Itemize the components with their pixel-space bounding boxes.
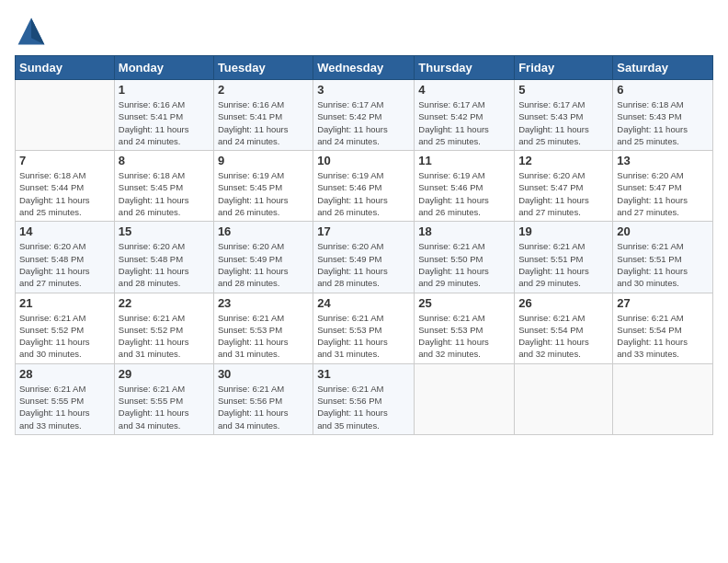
calendar-day-cell: 8Sunrise: 6:18 AM Sunset: 5:45 PM Daylig…: [114, 151, 213, 222]
day-info: Sunrise: 6:20 AM Sunset: 5:48 PM Dayligh…: [119, 240, 210, 289]
day-info: Sunrise: 6:19 AM Sunset: 5:45 PM Dayligh…: [218, 169, 309, 218]
day-number: 2: [218, 83, 309, 97]
day-info: Sunrise: 6:16 AM Sunset: 5:41 PM Dayligh…: [218, 98, 309, 147]
day-info: Sunrise: 6:18 AM Sunset: 5:45 PM Dayligh…: [119, 169, 210, 218]
day-number: 31: [317, 367, 410, 381]
day-number: 17: [317, 224, 410, 238]
calendar-day-cell: 22Sunrise: 6:21 AM Sunset: 5:52 PM Dayli…: [114, 293, 213, 363]
day-header-thursday: Thursday: [415, 56, 515, 80]
logo-icon: [15, 15, 48, 48]
day-info: Sunrise: 6:21 AM Sunset: 5:51 PM Dayligh…: [617, 240, 709, 289]
day-header-monday: Monday: [114, 56, 213, 80]
calendar-day-cell: 3Sunrise: 6:17 AM Sunset: 5:42 PM Daylig…: [313, 80, 415, 151]
day-info: Sunrise: 6:17 AM Sunset: 5:42 PM Dayligh…: [317, 98, 410, 147]
day-header-friday: Friday: [515, 56, 613, 80]
day-number: 11: [418, 154, 510, 167]
day-info: Sunrise: 6:21 AM Sunset: 5:53 PM Dayligh…: [418, 312, 510, 361]
day-info: Sunrise: 6:21 AM Sunset: 5:51 PM Dayligh…: [518, 240, 609, 289]
calendar-day-cell: 20Sunrise: 6:21 AM Sunset: 5:51 PM Dayli…: [613, 222, 713, 293]
day-info: Sunrise: 6:21 AM Sunset: 5:50 PM Dayligh…: [418, 240, 510, 289]
day-header-sunday: Sunday: [16, 56, 115, 80]
day-info: Sunrise: 6:18 AM Sunset: 5:43 PM Dayligh…: [617, 98, 709, 147]
day-number: 23: [218, 296, 309, 310]
calendar-day-cell: 30Sunrise: 6:21 AM Sunset: 5:56 PM Dayli…: [213, 363, 313, 434]
calendar-day-cell: 9Sunrise: 6:19 AM Sunset: 5:45 PM Daylig…: [213, 151, 313, 222]
day-info: Sunrise: 6:19 AM Sunset: 5:46 PM Dayligh…: [317, 169, 410, 218]
day-number: 27: [617, 296, 709, 310]
day-number: 8: [119, 154, 210, 167]
calendar-day-cell: 25Sunrise: 6:21 AM Sunset: 5:53 PM Dayli…: [415, 293, 515, 363]
day-header-tuesday: Tuesday: [213, 56, 313, 80]
calendar-day-cell: 28Sunrise: 6:21 AM Sunset: 5:55 PM Dayli…: [16, 363, 115, 434]
day-number: 16: [218, 224, 309, 238]
day-info: Sunrise: 6:21 AM Sunset: 5:56 PM Dayligh…: [317, 383, 410, 431]
page-header: [15, 15, 713, 48]
calendar-day-cell: 6Sunrise: 6:18 AM Sunset: 5:43 PM Daylig…: [613, 80, 713, 151]
calendar-day-cell: [515, 363, 613, 434]
day-number: 29: [119, 367, 210, 381]
page-container: SundayMondayTuesdayWednesdayThursdayFrid…: [0, 0, 728, 442]
calendar-day-cell: 24Sunrise: 6:21 AM Sunset: 5:53 PM Dayli…: [313, 293, 415, 363]
calendar-day-cell: 19Sunrise: 6:21 AM Sunset: 5:51 PM Dayli…: [515, 222, 613, 293]
day-header-wednesday: Wednesday: [313, 56, 415, 80]
day-number: 4: [418, 83, 510, 97]
day-info: Sunrise: 6:16 AM Sunset: 5:41 PM Dayligh…: [119, 98, 210, 147]
day-number: 3: [317, 83, 410, 97]
day-info: Sunrise: 6:20 AM Sunset: 5:48 PM Dayligh…: [19, 240, 110, 289]
day-info: Sunrise: 6:21 AM Sunset: 5:54 PM Dayligh…: [518, 312, 609, 361]
day-info: Sunrise: 6:21 AM Sunset: 5:53 PM Dayligh…: [218, 312, 309, 361]
day-number: 19: [518, 224, 609, 238]
calendar-day-cell: 31Sunrise: 6:21 AM Sunset: 5:56 PM Dayli…: [313, 363, 415, 434]
day-number: 24: [317, 296, 410, 310]
calendar-day-cell: 15Sunrise: 6:20 AM Sunset: 5:48 PM Dayli…: [114, 222, 213, 293]
day-info: Sunrise: 6:21 AM Sunset: 5:55 PM Dayligh…: [119, 383, 210, 431]
day-info: Sunrise: 6:17 AM Sunset: 5:42 PM Dayligh…: [418, 98, 510, 147]
calendar-day-cell: 21Sunrise: 6:21 AM Sunset: 5:52 PM Dayli…: [16, 293, 115, 363]
calendar-day-cell: 12Sunrise: 6:20 AM Sunset: 5:47 PM Dayli…: [515, 151, 613, 222]
calendar-day-cell: 18Sunrise: 6:21 AM Sunset: 5:50 PM Dayli…: [415, 222, 515, 293]
day-number: 18: [418, 224, 510, 238]
day-info: Sunrise: 6:21 AM Sunset: 5:54 PM Dayligh…: [617, 312, 709, 361]
calendar-day-cell: 13Sunrise: 6:20 AM Sunset: 5:47 PM Dayli…: [613, 151, 713, 222]
day-number: 5: [518, 83, 609, 97]
calendar-day-cell: 23Sunrise: 6:21 AM Sunset: 5:53 PM Dayli…: [213, 293, 313, 363]
calendar-day-cell: 1Sunrise: 6:16 AM Sunset: 5:41 PM Daylig…: [114, 80, 213, 151]
day-number: 30: [218, 367, 309, 381]
day-number: 20: [617, 224, 709, 238]
day-number: 13: [617, 154, 709, 167]
calendar-day-cell: [613, 363, 713, 434]
calendar-day-cell: [415, 363, 515, 434]
calendar-day-cell: 16Sunrise: 6:20 AM Sunset: 5:49 PM Dayli…: [213, 222, 313, 293]
calendar-day-cell: 27Sunrise: 6:21 AM Sunset: 5:54 PM Dayli…: [613, 293, 713, 363]
day-info: Sunrise: 6:21 AM Sunset: 5:52 PM Dayligh…: [119, 312, 210, 361]
day-number: 14: [19, 224, 110, 238]
day-number: 22: [119, 296, 210, 310]
calendar-week-row: 1Sunrise: 6:16 AM Sunset: 5:41 PM Daylig…: [16, 80, 713, 151]
day-number: 12: [518, 154, 609, 167]
calendar-week-row: 7Sunrise: 6:18 AM Sunset: 5:44 PM Daylig…: [16, 151, 713, 222]
calendar-day-cell: [16, 80, 115, 151]
calendar-day-cell: 5Sunrise: 6:17 AM Sunset: 5:43 PM Daylig…: [515, 80, 613, 151]
day-info: Sunrise: 6:18 AM Sunset: 5:44 PM Dayligh…: [19, 169, 110, 218]
day-info: Sunrise: 6:20 AM Sunset: 5:47 PM Dayligh…: [617, 169, 709, 218]
day-info: Sunrise: 6:20 AM Sunset: 5:49 PM Dayligh…: [317, 240, 410, 289]
calendar-day-cell: 17Sunrise: 6:20 AM Sunset: 5:49 PM Dayli…: [313, 222, 415, 293]
calendar-day-cell: 14Sunrise: 6:20 AM Sunset: 5:48 PM Dayli…: [16, 222, 115, 293]
calendar-day-cell: 2Sunrise: 6:16 AM Sunset: 5:41 PM Daylig…: [213, 80, 313, 151]
calendar-day-cell: 7Sunrise: 6:18 AM Sunset: 5:44 PM Daylig…: [16, 151, 115, 222]
day-header-saturday: Saturday: [613, 56, 713, 80]
day-number: 10: [317, 154, 410, 167]
day-info: Sunrise: 6:20 AM Sunset: 5:49 PM Dayligh…: [218, 240, 309, 289]
day-number: 6: [617, 83, 709, 97]
day-number: 26: [518, 296, 609, 310]
calendar-day-cell: 11Sunrise: 6:19 AM Sunset: 5:46 PM Dayli…: [415, 151, 515, 222]
calendar-table: SundayMondayTuesdayWednesdayThursdayFrid…: [15, 55, 713, 435]
calendar-week-row: 14Sunrise: 6:20 AM Sunset: 5:48 PM Dayli…: [16, 222, 713, 293]
calendar-week-row: 21Sunrise: 6:21 AM Sunset: 5:52 PM Dayli…: [16, 293, 713, 363]
day-number: 9: [218, 154, 309, 167]
calendar-day-cell: 29Sunrise: 6:21 AM Sunset: 5:55 PM Dayli…: [114, 363, 213, 434]
logo: [15, 15, 51, 48]
calendar-day-cell: 10Sunrise: 6:19 AM Sunset: 5:46 PM Dayli…: [313, 151, 415, 222]
calendar-header-row: SundayMondayTuesdayWednesdayThursdayFrid…: [16, 56, 713, 80]
day-number: 1: [119, 83, 210, 97]
